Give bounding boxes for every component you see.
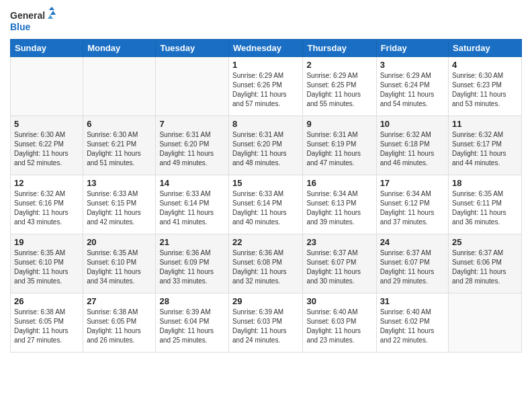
calendar-cell: 16Sunrise: 6:34 AM Sunset: 6:13 PM Dayli… [303,175,376,234]
day-number: 2 [306,60,372,70]
day-info: Sunrise: 6:37 AM Sunset: 6:07 PM Dayligh… [306,248,372,286]
calendar-table: SundayMondayTuesdayWednesdayThursdayFrid… [10,39,522,353]
day-number: 11 [452,119,518,129]
calendar-cell: 20Sunrise: 6:35 AM Sunset: 6:10 PM Dayli… [83,234,156,293]
day-info: Sunrise: 6:29 AM Sunset: 6:26 PM Dayligh… [232,71,299,109]
day-info: Sunrise: 6:35 AM Sunset: 6:11 PM Dayligh… [452,189,518,227]
day-number: 14 [159,178,225,188]
day-number: 24 [380,237,445,247]
svg-text:Blue: Blue [10,21,31,32]
day-info: Sunrise: 6:31 AM Sunset: 6:20 PM Dayligh… [232,130,299,168]
calendar-cell: 6Sunrise: 6:30 AM Sunset: 6:21 PM Daylig… [83,116,156,175]
calendar-cell: 7Sunrise: 6:31 AM Sunset: 6:20 PM Daylig… [156,116,229,175]
calendar-cell: 31Sunrise: 6:40 AM Sunset: 6:02 PM Dayli… [376,293,448,353]
day-number: 17 [380,178,445,188]
calendar-cell: 12Sunrise: 6:32 AM Sunset: 6:16 PM Dayli… [11,175,83,234]
logo: General Blue [10,7,57,34]
calendar-cell: 19Sunrise: 6:35 AM Sunset: 6:10 PM Dayli… [11,234,83,293]
calendar-cell [449,293,522,353]
day-info: Sunrise: 6:29 AM Sunset: 6:25 PM Dayligh… [306,71,372,109]
day-number: 5 [14,119,79,129]
calendar-cell: 23Sunrise: 6:37 AM Sunset: 6:07 PM Dayli… [303,234,376,293]
calendar-cell [83,57,156,116]
day-number: 3 [380,60,445,70]
calendar-cell: 29Sunrise: 6:39 AM Sunset: 6:03 PM Dayli… [229,293,303,353]
calendar-cell: 26Sunrise: 6:38 AM Sunset: 6:05 PM Dayli… [11,293,83,353]
day-number: 10 [380,119,445,129]
day-number: 19 [14,237,79,247]
weekday-header-friday: Friday [376,40,448,57]
day-info: Sunrise: 6:29 AM Sunset: 6:24 PM Dayligh… [380,71,445,109]
day-number: 26 [14,296,79,306]
calendar-cell: 13Sunrise: 6:33 AM Sunset: 6:15 PM Dayli… [83,175,156,234]
calendar-week-row: 1Sunrise: 6:29 AM Sunset: 6:26 PM Daylig… [11,57,522,116]
day-number: 31 [380,296,445,306]
page-container: General Blue SundayMondayTuesdayWednesda… [0,0,532,411]
day-info: Sunrise: 6:30 AM Sunset: 6:22 PM Dayligh… [14,130,79,168]
day-number: 13 [87,178,152,188]
calendar-week-row: 5Sunrise: 6:30 AM Sunset: 6:22 PM Daylig… [11,116,522,175]
calendar-week-row: 19Sunrise: 6:35 AM Sunset: 6:10 PM Dayli… [11,234,522,293]
header: General Blue [10,7,522,34]
day-info: Sunrise: 6:33 AM Sunset: 6:14 PM Dayligh… [159,189,225,227]
calendar-cell: 15Sunrise: 6:33 AM Sunset: 6:14 PM Dayli… [229,175,303,234]
weekday-header-monday: Monday [83,40,156,57]
calendar-cell: 14Sunrise: 6:33 AM Sunset: 6:14 PM Dayli… [156,175,229,234]
svg-marker-4 [48,15,53,19]
svg-text:General: General [10,10,45,21]
day-number: 6 [87,119,152,129]
svg-marker-2 [49,7,54,10]
day-number: 20 [87,237,152,247]
weekday-header-tuesday: Tuesday [156,40,229,57]
day-info: Sunrise: 6:37 AM Sunset: 6:07 PM Dayligh… [380,248,445,286]
day-number: 8 [232,119,299,129]
day-number: 9 [306,119,372,129]
day-number: 12 [14,178,79,188]
day-number: 23 [306,237,372,247]
day-info: Sunrise: 6:35 AM Sunset: 6:10 PM Dayligh… [14,248,79,286]
calendar-cell: 18Sunrise: 6:35 AM Sunset: 6:11 PM Dayli… [449,175,522,234]
day-info: Sunrise: 6:39 AM Sunset: 6:03 PM Dayligh… [232,308,299,345]
calendar-cell: 27Sunrise: 6:38 AM Sunset: 6:05 PM Dayli… [83,293,156,353]
day-number: 4 [452,60,518,70]
day-info: Sunrise: 6:34 AM Sunset: 6:12 PM Dayligh… [380,189,445,227]
calendar-cell: 24Sunrise: 6:37 AM Sunset: 6:07 PM Dayli… [376,234,448,293]
calendar-cell: 21Sunrise: 6:36 AM Sunset: 6:09 PM Dayli… [156,234,229,293]
calendar-cell: 28Sunrise: 6:39 AM Sunset: 6:04 PM Dayli… [156,293,229,353]
calendar-cell: 17Sunrise: 6:34 AM Sunset: 6:12 PM Dayli… [376,175,448,234]
day-info: Sunrise: 6:31 AM Sunset: 6:20 PM Dayligh… [159,130,225,168]
day-info: Sunrise: 6:36 AM Sunset: 6:09 PM Dayligh… [159,248,225,286]
day-info: Sunrise: 6:37 AM Sunset: 6:06 PM Dayligh… [452,248,518,286]
day-info: Sunrise: 6:33 AM Sunset: 6:14 PM Dayligh… [232,189,299,227]
weekday-header-sunday: Sunday [11,40,83,57]
day-info: Sunrise: 6:38 AM Sunset: 6:05 PM Dayligh… [14,308,79,345]
day-info: Sunrise: 6:35 AM Sunset: 6:10 PM Dayligh… [87,248,152,286]
calendar-cell: 4Sunrise: 6:30 AM Sunset: 6:23 PM Daylig… [449,57,522,116]
logo-svg: General Blue [10,7,57,34]
weekday-header-wednesday: Wednesday [229,40,303,57]
day-info: Sunrise: 6:40 AM Sunset: 6:03 PM Dayligh… [306,308,372,345]
day-info: Sunrise: 6:30 AM Sunset: 6:23 PM Dayligh… [452,71,518,109]
calendar-cell: 10Sunrise: 6:32 AM Sunset: 6:18 PM Dayli… [376,116,448,175]
day-number: 16 [306,178,372,188]
day-info: Sunrise: 6:33 AM Sunset: 6:15 PM Dayligh… [87,189,152,227]
calendar-cell: 30Sunrise: 6:40 AM Sunset: 6:03 PM Dayli… [303,293,376,353]
day-number: 22 [232,237,299,247]
day-number: 30 [306,296,372,306]
calendar-cell: 9Sunrise: 6:31 AM Sunset: 6:19 PM Daylig… [303,116,376,175]
day-number: 29 [232,296,299,306]
calendar-cell: 22Sunrise: 6:36 AM Sunset: 6:08 PM Dayli… [229,234,303,293]
calendar-cell: 11Sunrise: 6:32 AM Sunset: 6:17 PM Dayli… [449,116,522,175]
day-number: 28 [159,296,225,306]
day-info: Sunrise: 6:30 AM Sunset: 6:21 PM Dayligh… [87,130,152,168]
day-number: 25 [452,237,518,247]
calendar-cell: 3Sunrise: 6:29 AM Sunset: 6:24 PM Daylig… [376,57,448,116]
day-info: Sunrise: 6:32 AM Sunset: 6:18 PM Dayligh… [380,130,445,168]
day-info: Sunrise: 6:34 AM Sunset: 6:13 PM Dayligh… [306,189,372,227]
day-number: 15 [232,178,299,188]
calendar-header-row: SundayMondayTuesdayWednesdayThursdayFrid… [11,40,522,57]
calendar-cell: 8Sunrise: 6:31 AM Sunset: 6:20 PM Daylig… [229,116,303,175]
calendar-cell: 2Sunrise: 6:29 AM Sunset: 6:25 PM Daylig… [303,57,376,116]
day-info: Sunrise: 6:38 AM Sunset: 6:05 PM Dayligh… [87,308,152,345]
calendar-cell [156,57,229,116]
